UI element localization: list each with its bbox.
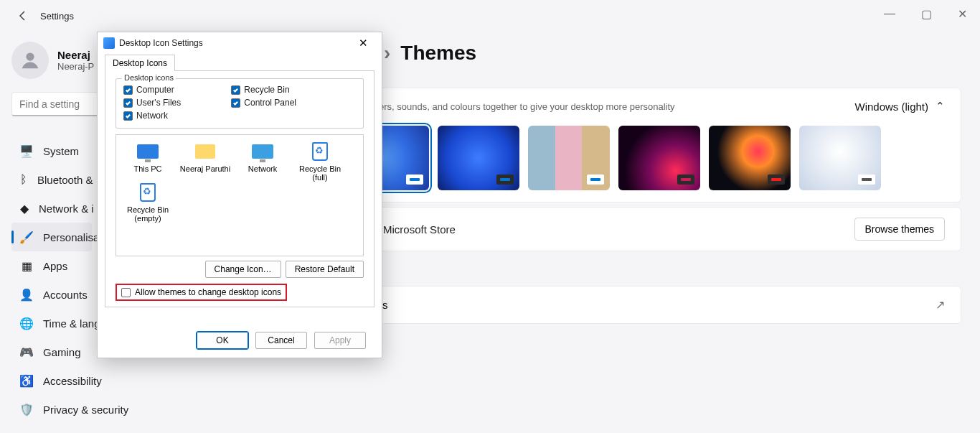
nav-item-personalisat[interactable]: 🖌️Personalisat	[11, 223, 92, 251]
nav-item-apps[interactable]: ▦Apps	[11, 251, 92, 280]
apply-button[interactable]: Apply	[314, 332, 366, 349]
back-button[interactable]	[9, 1, 37, 30]
maximize-button[interactable]: ▢	[921, 7, 932, 21]
nav-label: Bluetooth &	[37, 174, 93, 186]
theme-tile-4[interactable]	[618, 126, 700, 190]
icon-item-neeraj-paruthi[interactable]: Neeraj Paruthi	[176, 141, 234, 182]
user-name: Neeraj	[57, 49, 94, 61]
nav-icon: 👤	[20, 288, 33, 301]
checkbox-users-files[interactable]: User's Files	[123, 98, 181, 108]
nav-icon: 🖥️	[20, 144, 33, 157]
nav-label: System	[43, 145, 79, 157]
desktop-icons-group: Desktop icons Computer User's Files Netw…	[116, 78, 364, 129]
checkbox-control-panel[interactable]: Control Panel	[231, 98, 296, 108]
theme-tile-3[interactable]	[528, 126, 610, 190]
breadcrumb-current: Themes	[400, 42, 476, 65]
dialog-icon	[103, 37, 115, 49]
desktop-icon-settings-dialog: Desktop Icon Settings ✕ Desktop Icons De…	[97, 32, 382, 358]
icon-preview-grid[interactable]: This PCNeeraj ParuthiNetworkRecycle Bin …	[116, 134, 364, 256]
app-title: Settings	[40, 11, 74, 22]
tab-panel: Desktop icons Computer User's Files Netw…	[105, 70, 374, 307]
icon-label: Recycle Bin (full)	[291, 164, 349, 182]
nav-label: Apps	[43, 260, 67, 272]
open-icon: ↗	[936, 298, 945, 312]
nav-item-bluetooth-[interactable]: ᛒBluetooth &	[11, 165, 92, 194]
mini-taskbar-icon	[406, 174, 423, 185]
nav-icon: ◆	[20, 202, 29, 215]
nav-icon: ᛒ	[20, 173, 27, 186]
nav-item-accounts[interactable]: 👤Accounts	[11, 280, 92, 309]
nav-item-gaming[interactable]: 🎮Gaming	[11, 337, 92, 366]
allow-themes-checkbox[interactable]: Allow themes to change desktop icons	[116, 284, 287, 301]
nav-label: Gaming	[43, 346, 81, 358]
avatar	[11, 42, 49, 79]
icon-label: This PC	[133, 164, 161, 173]
icon-label: Recycle Bin (empty)	[119, 205, 176, 223]
close-button[interactable]: ✕	[958, 7, 967, 21]
expander-label: Windows (light)	[854, 101, 928, 113]
checkbox-recycle-bin[interactable]: Recycle Bin	[231, 85, 296, 95]
nav-item-accessibility[interactable]: ♿Accessibility	[11, 366, 92, 395]
checkbox-network[interactable]: Network	[123, 111, 181, 121]
desktop-icon-glyph	[250, 141, 275, 162]
nav-label: Accessibility	[43, 375, 102, 387]
icon-label: Neeraj Paruthi	[180, 164, 230, 173]
dialog-title: Desktop Icon Settings	[119, 38, 350, 48]
user-email: Neeraj-P	[57, 61, 94, 72]
dialog-titlebar[interactable]: Desktop Icon Settings ✕	[98, 32, 382, 54]
search-placeholder: Find a setting	[19, 98, 80, 110]
nav-label: Time & lang	[43, 317, 100, 330]
mini-taskbar-icon	[768, 174, 785, 185]
desktop-icon-glyph	[135, 141, 161, 162]
nav-icon: 🎮	[20, 345, 33, 358]
icon-item-network[interactable]: Network	[234, 141, 291, 182]
desktop-icon-glyph	[135, 182, 161, 203]
mini-taskbar-icon	[587, 174, 604, 185]
nav-icon: 🌐	[20, 317, 33, 330]
restore-default-button[interactable]: Restore Default	[286, 261, 364, 278]
icon-item-recycle-bin-empty-[interactable]: Recycle Bin (empty)	[119, 182, 176, 223]
browse-themes-button[interactable]: Browse themes	[854, 218, 945, 241]
checkbox-computer[interactable]: Computer	[123, 85, 181, 95]
themes-expander[interactable]: Windows (light) ⌃	[854, 100, 945, 113]
breadcrumb-sep: ›	[384, 42, 390, 65]
checkbox-empty-icon	[121, 288, 131, 297]
svg-point-0	[26, 52, 34, 60]
mini-taskbar-icon	[677, 174, 694, 185]
desktop-icon-glyph	[307, 141, 333, 162]
nav-icon: 🖌️	[20, 231, 33, 243]
ok-button[interactable]: OK	[197, 332, 248, 349]
nav-icon: ▦	[20, 259, 33, 272]
dialog-close-button[interactable]: ✕	[350, 33, 376, 53]
window-controls: — ▢ ✕	[884, 7, 967, 21]
minimize-button[interactable]: —	[884, 7, 895, 21]
mini-taskbar-icon	[496, 174, 514, 185]
allow-themes-label: Allow themes to change desktop icons	[135, 287, 281, 297]
nav-icon: ♿	[20, 374, 33, 387]
desktop-icon-glyph	[192, 141, 218, 162]
theme-tile-6[interactable]	[799, 126, 881, 190]
nav-label: Network & i	[39, 202, 94, 215]
icon-label: Network	[248, 164, 277, 173]
group-label: Desktop icons	[122, 73, 176, 82]
nav-icon: 🛡️	[20, 403, 33, 416]
nav-item-privacy-security[interactable]: 🛡️Privacy & security	[11, 395, 92, 424]
mini-taskbar-icon	[858, 174, 875, 185]
dialog-tab-area: Desktop Icons Desktop icons Computer Use…	[98, 54, 382, 307]
icon-item-recycle-bin-full-[interactable]: Recycle Bin (full)	[291, 141, 349, 182]
theme-tile-2[interactable]	[438, 126, 519, 190]
chevron-up-icon: ⌃	[936, 100, 945, 113]
tab-desktop-icons[interactable]: Desktop Icons	[105, 55, 175, 71]
nav-label: Personalisat	[43, 231, 103, 243]
theme-tile-5[interactable]	[709, 126, 791, 190]
nav-label: Accounts	[43, 289, 88, 301]
nav-label: Privacy & security	[43, 404, 128, 416]
icon-item-this-pc[interactable]: This PC	[119, 141, 176, 182]
nav-item-network-i[interactable]: ◆Network & i	[11, 194, 92, 223]
breadcrumb: › Themes	[384, 42, 476, 65]
nav-item-time-lang[interactable]: 🌐Time & lang	[11, 309, 92, 337]
dialog-button-row: OK Cancel Apply	[197, 332, 366, 349]
change-icon-button[interactable]: Change Icon…	[205, 261, 281, 278]
nav-item-system[interactable]: 🖥️System	[11, 136, 92, 165]
cancel-button[interactable]: Cancel	[255, 332, 307, 349]
